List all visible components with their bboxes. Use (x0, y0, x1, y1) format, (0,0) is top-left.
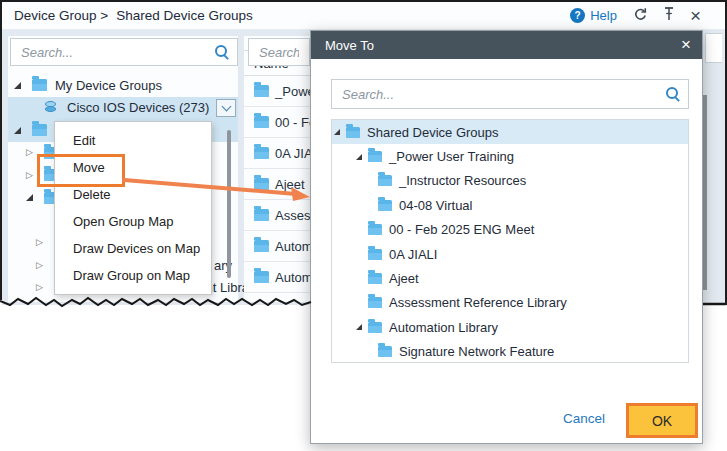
context-menu-item[interactable]: Draw Devices on Map (55, 235, 211, 262)
device-group-list-panel: Name _Powe 00 - Fe 0A JIAL (244, 36, 310, 302)
dialog-tree-item[interactable]: Signature Network Feature (332, 340, 688, 363)
folder-icon (378, 346, 392, 357)
expander-icon[interactable] (36, 283, 54, 292)
expander-icon[interactable] (26, 171, 44, 180)
dialog-search-box (331, 79, 689, 109)
dialog-tree-item[interactable]: Assessment Reference Library (332, 291, 688, 315)
expander-icon[interactable] (36, 261, 54, 270)
dialog-close-icon[interactable]: × (681, 38, 691, 52)
window-border-left (0, 0, 2, 300)
device-group-row[interactable]: Autom (244, 231, 310, 262)
context-menu-item[interactable]: Delete (55, 181, 211, 208)
device-group-row[interactable]: 00 - Fe (244, 107, 310, 138)
dialog-tree-item[interactable]: 04-08 Virtual (332, 193, 688, 217)
folder-icon (254, 116, 269, 128)
left-search-input[interactable] (19, 44, 215, 61)
middle-search-input[interactable] (257, 44, 301, 61)
dialog-header: Move To × (311, 31, 702, 59)
window-border-top (0, 0, 727, 2)
dialog-tree-item[interactable]: _Power User Training (332, 144, 688, 168)
cancel-button[interactable]: Cancel (563, 411, 605, 426)
context-menu-item[interactable]: Edit (55, 127, 211, 154)
dialog-tree-item[interactable]: Shared Device Groups (332, 120, 688, 144)
title-bar: Device Group > Shared Device Groups ? He… (2, 2, 725, 30)
expander-icon[interactable] (26, 194, 44, 201)
folder-icon (254, 240, 269, 252)
group-list: _Powe 00 - Fe 0A JIAL Ajeet (244, 76, 310, 293)
window-close-icon[interactable]: × (690, 9, 701, 23)
folder-icon (378, 175, 392, 186)
folder-icon (368, 322, 382, 333)
expander-icon[interactable] (356, 324, 366, 330)
folder-icon (254, 178, 269, 190)
left-scrollbar[interactable] (227, 130, 231, 278)
device-group-row[interactable]: Autom (244, 262, 310, 293)
right-scrollbar[interactable] (703, 95, 707, 290)
dialog-tree-item[interactable]: Ajeet (332, 266, 688, 290)
device-group-row[interactable]: _Powe (244, 76, 310, 107)
search-icon[interactable] (666, 87, 680, 101)
expander-icon[interactable] (36, 238, 54, 247)
device-group-row[interactable]: Ajeet (244, 169, 310, 200)
context-menu: Edit Move Delete Open Group Map Draw Dev… (54, 121, 212, 295)
breadcrumb: Device Group > Shared Device Groups (14, 8, 253, 23)
device-group-row[interactable]: Assess (244, 200, 310, 231)
folder-icon (378, 200, 392, 211)
expander-icon[interactable] (14, 82, 32, 89)
dialog-tree-item[interactable]: _Instructor Resources (332, 169, 688, 193)
dialog-tree-item[interactable]: Automation Library (332, 315, 688, 339)
help-label: Help (590, 8, 617, 23)
dialog-search-input[interactable] (340, 86, 666, 103)
dialog-title: Move To (325, 38, 374, 53)
folder-icon (254, 147, 269, 159)
expander-icon[interactable] (334, 129, 344, 135)
folder-icon (44, 101, 59, 114)
row-menu-button[interactable] (216, 99, 236, 117)
folder-icon (368, 273, 382, 284)
folder-icon (254, 85, 269, 97)
ok-button[interactable]: OK (626, 403, 698, 438)
expander-icon[interactable] (26, 148, 44, 157)
folder-icon (32, 79, 47, 91)
folder-icon (32, 124, 47, 136)
folder-icon (368, 297, 382, 308)
tree-item[interactable]: Cisco IOS Devices (273) (8, 97, 238, 120)
tree-item[interactable]: My Device Groups (8, 74, 238, 97)
dialog-folder-tree: Shared Device Groups _Power User Trainin… (331, 119, 689, 363)
dialog-tree-item[interactable]: 0A JIALI (332, 242, 688, 266)
middle-search-box (248, 38, 310, 66)
folder-icon (254, 271, 269, 283)
help-icon: ? (570, 8, 585, 23)
expander-icon[interactable] (14, 127, 32, 134)
breadcrumb-root[interactable]: Device Group > (14, 8, 108, 23)
background-search-sliver (705, 33, 722, 63)
folder-icon (346, 127, 360, 138)
context-menu-item[interactable]: Move (55, 154, 211, 181)
context-menu-item[interactable]: Open Group Map (55, 208, 211, 235)
folder-icon (368, 151, 382, 162)
folder-icon (254, 209, 269, 221)
folder-icon (368, 224, 382, 235)
pin-icon[interactable] (663, 6, 675, 25)
dialog-tree-item[interactable]: 00 - Feb 2025 ENG Meet (332, 218, 688, 242)
refresh-icon[interactable] (632, 6, 648, 26)
folder-icon (368, 249, 382, 260)
screenshot-root: Device Group > Shared Device Groups ? He… (0, 0, 727, 451)
move-to-dialog: Move To × Shared Device Groups _Power Us… (310, 30, 703, 444)
device-group-row[interactable]: 0A JIAL (244, 138, 310, 169)
breadcrumb-current: Shared Device Groups (116, 8, 253, 23)
search-icon[interactable] (215, 45, 229, 59)
expander-icon[interactable] (356, 154, 366, 160)
help-button[interactable]: ? Help (570, 8, 617, 23)
left-search-box (10, 38, 238, 66)
chevron-down-icon (221, 101, 231, 111)
context-menu-item[interactable]: Draw Group on Map (55, 262, 211, 289)
